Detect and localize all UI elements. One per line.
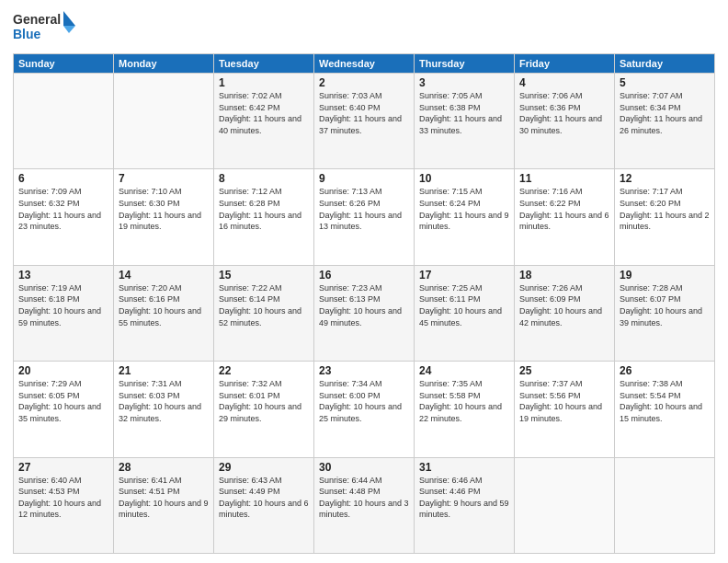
calendar-day-cell: 28Sunrise: 6:41 AM Sunset: 4:51 PM Dayli… (114, 457, 214, 553)
day-number: 14 (119, 269, 209, 282)
day-header-saturday: Saturday (615, 54, 715, 74)
day-number: 6 (18, 172, 108, 185)
day-header-friday: Friday (515, 54, 615, 74)
calendar-day-cell: 9Sunrise: 7:13 AM Sunset: 6:26 PM Daylig… (314, 169, 415, 265)
calendar-day-cell: 11Sunrise: 7:16 AM Sunset: 6:22 PM Dayli… (515, 169, 615, 265)
calendar-day-cell: 26Sunrise: 7:38 AM Sunset: 5:54 PM Dayli… (615, 362, 715, 457)
day-number: 5 (620, 76, 710, 89)
logo: General Blue (13, 9, 77, 48)
day-number: 13 (18, 269, 108, 282)
logo-svg: General Blue (13, 9, 77, 48)
day-info: Sunrise: 7:29 AM Sunset: 6:05 PM Dayligh… (18, 378, 108, 424)
calendar-week-row: 1Sunrise: 7:02 AM Sunset: 6:42 PM Daylig… (14, 74, 715, 169)
calendar-day-cell: 22Sunrise: 7:32 AM Sunset: 6:01 PM Dayli… (214, 362, 314, 457)
day-number: 4 (519, 76, 609, 89)
day-info: Sunrise: 7:03 AM Sunset: 6:40 PM Dayligh… (319, 90, 409, 136)
calendar-week-row: 13Sunrise: 7:19 AM Sunset: 6:18 PM Dayli… (14, 265, 715, 361)
day-info: Sunrise: 7:31 AM Sunset: 6:03 PM Dayligh… (119, 378, 209, 424)
calendar-day-cell: 20Sunrise: 7:29 AM Sunset: 6:05 PM Dayli… (14, 362, 114, 457)
day-header-sunday: Sunday (14, 54, 114, 74)
calendar-day-cell: 25Sunrise: 7:37 AM Sunset: 5:56 PM Dayli… (515, 362, 615, 457)
calendar-empty-cell (14, 74, 114, 169)
day-number: 23 (319, 364, 409, 377)
day-info: Sunrise: 7:22 AM Sunset: 6:14 PM Dayligh… (219, 282, 309, 328)
day-number: 27 (18, 461, 108, 474)
calendar-day-cell: 10Sunrise: 7:15 AM Sunset: 6:24 PM Dayli… (415, 169, 515, 265)
day-header-wednesday: Wednesday (314, 54, 415, 74)
calendar-day-cell: 12Sunrise: 7:17 AM Sunset: 6:20 PM Dayli… (615, 169, 715, 265)
day-number: 7 (119, 172, 209, 185)
day-number: 30 (319, 461, 409, 474)
day-info: Sunrise: 7:05 AM Sunset: 6:38 PM Dayligh… (419, 90, 509, 136)
day-number: 31 (419, 461, 509, 474)
day-info: Sunrise: 7:02 AM Sunset: 6:42 PM Dayligh… (219, 90, 309, 136)
calendar-day-cell: 21Sunrise: 7:31 AM Sunset: 6:03 PM Dayli… (114, 362, 214, 457)
day-info: Sunrise: 7:09 AM Sunset: 6:32 PM Dayligh… (18, 186, 108, 232)
day-info: Sunrise: 7:17 AM Sunset: 6:20 PM Dayligh… (620, 186, 710, 232)
day-info: Sunrise: 7:35 AM Sunset: 5:58 PM Dayligh… (419, 378, 509, 424)
day-number: 29 (219, 461, 309, 474)
day-number: 9 (319, 172, 409, 185)
calendar-day-cell: 3Sunrise: 7:05 AM Sunset: 6:38 PM Daylig… (415, 74, 515, 169)
calendar-week-row: 20Sunrise: 7:29 AM Sunset: 6:05 PM Dayli… (14, 362, 715, 457)
calendar-day-cell: 4Sunrise: 7:06 AM Sunset: 6:36 PM Daylig… (515, 74, 615, 169)
day-number: 20 (18, 364, 108, 377)
calendar-day-cell: 24Sunrise: 7:35 AM Sunset: 5:58 PM Dayli… (415, 362, 515, 457)
day-number: 1 (219, 76, 309, 89)
day-info: Sunrise: 7:28 AM Sunset: 6:07 PM Dayligh… (620, 282, 710, 328)
day-info: Sunrise: 7:07 AM Sunset: 6:34 PM Dayligh… (620, 90, 710, 136)
day-number: 12 (620, 172, 710, 185)
calendar-week-row: 6Sunrise: 7:09 AM Sunset: 6:32 PM Daylig… (14, 169, 715, 265)
calendar-day-cell: 27Sunrise: 6:40 AM Sunset: 4:53 PM Dayli… (14, 457, 114, 553)
day-info: Sunrise: 6:46 AM Sunset: 4:46 PM Dayligh… (419, 475, 509, 521)
day-info: Sunrise: 7:26 AM Sunset: 6:09 PM Dayligh… (519, 282, 609, 328)
calendar-empty-cell (114, 74, 214, 169)
day-info: Sunrise: 7:32 AM Sunset: 6:01 PM Dayligh… (219, 378, 309, 424)
calendar-day-cell: 8Sunrise: 7:12 AM Sunset: 6:28 PM Daylig… (214, 169, 314, 265)
calendar-day-cell: 5Sunrise: 7:07 AM Sunset: 6:34 PM Daylig… (615, 74, 715, 169)
header: General Blue (13, 9, 715, 48)
day-info: Sunrise: 7:37 AM Sunset: 5:56 PM Dayligh… (519, 378, 609, 424)
day-number: 16 (319, 269, 409, 282)
calendar-day-cell: 29Sunrise: 6:43 AM Sunset: 4:49 PM Dayli… (214, 457, 314, 553)
day-info: Sunrise: 7:12 AM Sunset: 6:28 PM Dayligh… (219, 186, 309, 232)
calendar-day-cell: 2Sunrise: 7:03 AM Sunset: 6:40 PM Daylig… (314, 74, 415, 169)
day-number: 19 (620, 269, 710, 282)
calendar-day-cell: 19Sunrise: 7:28 AM Sunset: 6:07 PM Dayli… (615, 265, 715, 361)
calendar-day-cell: 13Sunrise: 7:19 AM Sunset: 6:18 PM Dayli… (14, 265, 114, 361)
day-info: Sunrise: 7:20 AM Sunset: 6:16 PM Dayligh… (119, 282, 209, 328)
day-number: 3 (419, 76, 509, 89)
calendar-day-cell: 17Sunrise: 7:25 AM Sunset: 6:11 PM Dayli… (415, 265, 515, 361)
calendar-day-cell: 15Sunrise: 7:22 AM Sunset: 6:14 PM Dayli… (214, 265, 314, 361)
svg-text:Blue: Blue (13, 27, 41, 41)
day-header-monday: Monday (114, 54, 214, 74)
day-info: Sunrise: 6:43 AM Sunset: 4:49 PM Dayligh… (219, 475, 309, 521)
calendar: SundayMondayTuesdayWednesdayThursdayFrid… (13, 53, 715, 554)
svg-marker-2 (63, 11, 75, 26)
day-number: 17 (419, 269, 509, 282)
day-number: 8 (219, 172, 309, 185)
day-info: Sunrise: 7:10 AM Sunset: 6:30 PM Dayligh… (119, 186, 209, 232)
calendar-day-cell: 7Sunrise: 7:10 AM Sunset: 6:30 PM Daylig… (114, 169, 214, 265)
day-info: Sunrise: 7:13 AM Sunset: 6:26 PM Dayligh… (319, 186, 409, 232)
day-header-thursday: Thursday (415, 54, 515, 74)
day-info: Sunrise: 7:19 AM Sunset: 6:18 PM Dayligh… (18, 282, 108, 328)
day-info: Sunrise: 7:06 AM Sunset: 6:36 PM Dayligh… (519, 90, 609, 136)
calendar-week-row: 27Sunrise: 6:40 AM Sunset: 4:53 PM Dayli… (14, 457, 715, 553)
day-number: 22 (219, 364, 309, 377)
calendar-day-cell: 6Sunrise: 7:09 AM Sunset: 6:32 PM Daylig… (14, 169, 114, 265)
day-number: 28 (119, 461, 209, 474)
day-number: 10 (419, 172, 509, 185)
calendar-day-cell: 16Sunrise: 7:23 AM Sunset: 6:13 PM Dayli… (314, 265, 415, 361)
day-number: 25 (519, 364, 609, 377)
calendar-empty-cell (615, 457, 715, 553)
calendar-day-cell: 18Sunrise: 7:26 AM Sunset: 6:09 PM Dayli… (515, 265, 615, 361)
calendar-day-cell: 31Sunrise: 6:46 AM Sunset: 4:46 PM Dayli… (415, 457, 515, 553)
day-info: Sunrise: 7:16 AM Sunset: 6:22 PM Dayligh… (519, 186, 609, 232)
day-info: Sunrise: 7:34 AM Sunset: 6:00 PM Dayligh… (319, 378, 409, 424)
day-info: Sunrise: 7:25 AM Sunset: 6:11 PM Dayligh… (419, 282, 509, 328)
day-number: 18 (519, 269, 609, 282)
day-info: Sunrise: 6:44 AM Sunset: 4:48 PM Dayligh… (319, 475, 409, 521)
calendar-day-cell: 14Sunrise: 7:20 AM Sunset: 6:16 PM Dayli… (114, 265, 214, 361)
day-number: 21 (119, 364, 209, 377)
